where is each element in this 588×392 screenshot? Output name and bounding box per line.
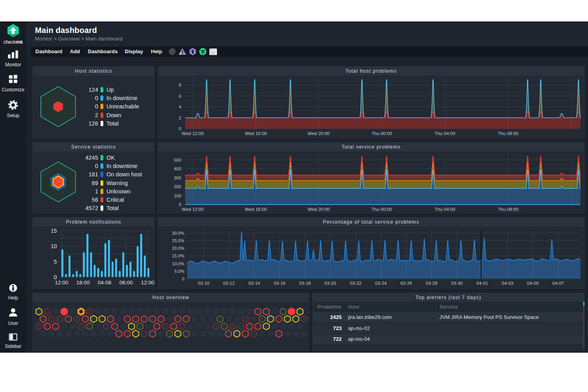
svg-text:04-01: 04-01 xyxy=(476,281,488,286)
svg-text:Wed 16:00: Wed 16:00 xyxy=(245,207,267,212)
svg-text:20.0%: 20.0% xyxy=(172,246,184,251)
svg-text:15.0%: 15.0% xyxy=(172,253,184,258)
svg-text:03-24: 03-24 xyxy=(375,281,387,286)
svg-text:Thu 08:00: Thu 08:00 xyxy=(498,207,518,212)
svg-text:Wed 20:00: Wed 20:00 xyxy=(308,207,329,212)
svg-text:03-30: 03-30 xyxy=(451,281,462,286)
svg-text:10.0%: 10.0% xyxy=(172,261,184,266)
svg-text:03-22: 03-22 xyxy=(350,281,361,286)
svg-text:12:00: 12:00 xyxy=(141,280,154,286)
svg-text:Wed 12:00: Wed 12:00 xyxy=(182,131,203,136)
svg-text:03-28: 03-28 xyxy=(426,281,437,286)
svg-text:Thu 08:00: Thu 08:00 xyxy=(498,131,518,136)
svg-text:30.0%: 30.0% xyxy=(172,231,184,236)
svg-text:15: 15 xyxy=(50,228,57,234)
svg-text:03-26: 03-26 xyxy=(400,281,412,286)
svg-text:06:00: 06:00 xyxy=(120,280,133,286)
svg-text:04-05: 04-05 xyxy=(527,281,538,286)
svg-text:100: 100 xyxy=(174,193,181,198)
svg-text:8: 8 xyxy=(179,83,181,87)
svg-text:0: 0 xyxy=(182,276,184,281)
svg-text:0: 0 xyxy=(179,202,181,207)
svg-text:5: 5 xyxy=(54,259,57,265)
svg-text:04-03: 04-03 xyxy=(502,281,513,286)
svg-text:6: 6 xyxy=(179,94,181,98)
svg-text:Thu 00:00: Thu 00:00 xyxy=(371,207,392,212)
svg-text:200: 200 xyxy=(174,184,181,189)
svg-text:Wed 16:00: Wed 16:00 xyxy=(245,131,267,136)
svg-text:03-14: 03-14 xyxy=(248,281,260,286)
svg-text:04-07: 04-07 xyxy=(552,281,564,286)
svg-text:Thu 00:00: Thu 00:00 xyxy=(371,131,392,136)
svg-text:4: 4 xyxy=(179,104,181,109)
svg-text:Thu 04:00: Thu 04:00 xyxy=(435,131,455,136)
svg-text:25.0%: 25.0% xyxy=(172,238,184,243)
svg-text:5.0%: 5.0% xyxy=(174,269,184,274)
svg-text:0: 0 xyxy=(179,126,181,131)
svg-text:03-20: 03-20 xyxy=(324,281,336,286)
svg-text:Thu 04:00: Thu 04:00 xyxy=(435,207,455,212)
svg-text:Wed 12:00: Wed 12:00 xyxy=(182,207,203,212)
svg-text:Wed 20:00: Wed 20:00 xyxy=(308,131,329,136)
svg-text:03-16: 03-16 xyxy=(274,281,285,286)
svg-text:18:00: 18:00 xyxy=(76,280,90,286)
svg-text:04-08: 04-08 xyxy=(98,280,112,286)
svg-text:2: 2 xyxy=(179,116,181,120)
svg-text:12:00: 12:00 xyxy=(55,280,68,286)
svg-text:03-18: 03-18 xyxy=(299,281,311,286)
svg-text:10: 10 xyxy=(50,243,57,249)
svg-text:03-10: 03-10 xyxy=(198,281,209,286)
svg-text:500: 500 xyxy=(174,158,181,162)
svg-text:400: 400 xyxy=(174,166,181,171)
svg-text:03-12: 03-12 xyxy=(223,281,234,286)
svg-text:300: 300 xyxy=(174,176,181,180)
